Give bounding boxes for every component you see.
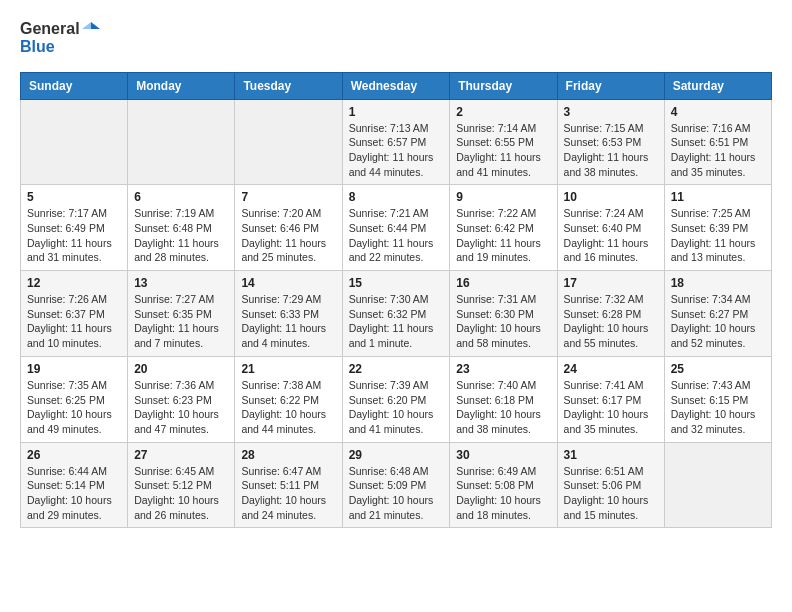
day-info: Sunrise: 7:29 AM Sunset: 6:33 PM Dayligh…	[241, 293, 326, 349]
calendar-cell	[235, 99, 342, 185]
day-number: 6	[134, 190, 228, 204]
logo-general: General	[20, 20, 80, 38]
day-number: 18	[671, 276, 765, 290]
svg-marker-0	[91, 22, 100, 29]
calendar-cell: 23Sunrise: 7:40 AM Sunset: 6:18 PM Dayli…	[450, 356, 557, 442]
day-number: 26	[27, 448, 121, 462]
day-info: Sunrise: 6:48 AM Sunset: 5:09 PM Dayligh…	[349, 465, 434, 521]
calendar-cell: 11Sunrise: 7:25 AM Sunset: 6:39 PM Dayli…	[664, 185, 771, 271]
calendar-cell: 24Sunrise: 7:41 AM Sunset: 6:17 PM Dayli…	[557, 356, 664, 442]
calendar-cell: 30Sunrise: 6:49 AM Sunset: 5:08 PM Dayli…	[450, 442, 557, 528]
logo-blue: Blue	[20, 38, 100, 56]
day-number: 2	[456, 105, 550, 119]
day-number: 25	[671, 362, 765, 376]
calendar-cell: 6Sunrise: 7:19 AM Sunset: 6:48 PM Daylig…	[128, 185, 235, 271]
day-header-monday: Monday	[128, 72, 235, 99]
day-info: Sunrise: 7:27 AM Sunset: 6:35 PM Dayligh…	[134, 293, 219, 349]
day-number: 21	[241, 362, 335, 376]
day-header-friday: Friday	[557, 72, 664, 99]
logo-bird-icon	[82, 20, 100, 38]
day-number: 3	[564, 105, 658, 119]
day-info: Sunrise: 7:20 AM Sunset: 6:46 PM Dayligh…	[241, 207, 326, 263]
calendar-cell: 19Sunrise: 7:35 AM Sunset: 6:25 PM Dayli…	[21, 356, 128, 442]
day-info: Sunrise: 6:51 AM Sunset: 5:06 PM Dayligh…	[564, 465, 649, 521]
svg-marker-1	[82, 22, 91, 29]
calendar-cell: 7Sunrise: 7:20 AM Sunset: 6:46 PM Daylig…	[235, 185, 342, 271]
calendar-cell: 14Sunrise: 7:29 AM Sunset: 6:33 PM Dayli…	[235, 271, 342, 357]
calendar-cell: 15Sunrise: 7:30 AM Sunset: 6:32 PM Dayli…	[342, 271, 450, 357]
day-header-tuesday: Tuesday	[235, 72, 342, 99]
calendar-cell: 25Sunrise: 7:43 AM Sunset: 6:15 PM Dayli…	[664, 356, 771, 442]
days-header-row: SundayMondayTuesdayWednesdayThursdayFrid…	[21, 72, 772, 99]
day-number: 9	[456, 190, 550, 204]
day-info: Sunrise: 7:24 AM Sunset: 6:40 PM Dayligh…	[564, 207, 649, 263]
day-info: Sunrise: 6:49 AM Sunset: 5:08 PM Dayligh…	[456, 465, 541, 521]
day-number: 27	[134, 448, 228, 462]
day-info: Sunrise: 6:44 AM Sunset: 5:14 PM Dayligh…	[27, 465, 112, 521]
calendar-cell	[21, 99, 128, 185]
day-info: Sunrise: 7:30 AM Sunset: 6:32 PM Dayligh…	[349, 293, 434, 349]
calendar-cell: 10Sunrise: 7:24 AM Sunset: 6:40 PM Dayli…	[557, 185, 664, 271]
calendar-cell	[664, 442, 771, 528]
day-number: 1	[349, 105, 444, 119]
week-row-4: 19Sunrise: 7:35 AM Sunset: 6:25 PM Dayli…	[21, 356, 772, 442]
day-number: 5	[27, 190, 121, 204]
day-number: 11	[671, 190, 765, 204]
day-number: 7	[241, 190, 335, 204]
calendar-cell: 5Sunrise: 7:17 AM Sunset: 6:49 PM Daylig…	[21, 185, 128, 271]
calendar-cell	[128, 99, 235, 185]
day-info: Sunrise: 7:34 AM Sunset: 6:27 PM Dayligh…	[671, 293, 756, 349]
day-header-thursday: Thursday	[450, 72, 557, 99]
day-info: Sunrise: 7:39 AM Sunset: 6:20 PM Dayligh…	[349, 379, 434, 435]
calendar-cell: 31Sunrise: 6:51 AM Sunset: 5:06 PM Dayli…	[557, 442, 664, 528]
day-number: 12	[27, 276, 121, 290]
calendar-cell: 18Sunrise: 7:34 AM Sunset: 6:27 PM Dayli…	[664, 271, 771, 357]
week-row-3: 12Sunrise: 7:26 AM Sunset: 6:37 PM Dayli…	[21, 271, 772, 357]
day-info: Sunrise: 7:17 AM Sunset: 6:49 PM Dayligh…	[27, 207, 112, 263]
calendar-cell: 8Sunrise: 7:21 AM Sunset: 6:44 PM Daylig…	[342, 185, 450, 271]
day-info: Sunrise: 7:22 AM Sunset: 6:42 PM Dayligh…	[456, 207, 541, 263]
calendar-cell: 21Sunrise: 7:38 AM Sunset: 6:22 PM Dayli…	[235, 356, 342, 442]
day-info: Sunrise: 7:31 AM Sunset: 6:30 PM Dayligh…	[456, 293, 541, 349]
calendar-cell: 1Sunrise: 7:13 AM Sunset: 6:57 PM Daylig…	[342, 99, 450, 185]
calendar-cell: 4Sunrise: 7:16 AM Sunset: 6:51 PM Daylig…	[664, 99, 771, 185]
day-info: Sunrise: 7:40 AM Sunset: 6:18 PM Dayligh…	[456, 379, 541, 435]
day-number: 19	[27, 362, 121, 376]
day-info: Sunrise: 7:35 AM Sunset: 6:25 PM Dayligh…	[27, 379, 112, 435]
calendar-cell: 17Sunrise: 7:32 AM Sunset: 6:28 PM Dayli…	[557, 271, 664, 357]
day-number: 14	[241, 276, 335, 290]
day-info: Sunrise: 7:25 AM Sunset: 6:39 PM Dayligh…	[671, 207, 756, 263]
day-info: Sunrise: 7:41 AM Sunset: 6:17 PM Dayligh…	[564, 379, 649, 435]
day-number: 30	[456, 448, 550, 462]
day-info: Sunrise: 6:45 AM Sunset: 5:12 PM Dayligh…	[134, 465, 219, 521]
day-number: 29	[349, 448, 444, 462]
week-row-1: 1Sunrise: 7:13 AM Sunset: 6:57 PM Daylig…	[21, 99, 772, 185]
day-info: Sunrise: 7:26 AM Sunset: 6:37 PM Dayligh…	[27, 293, 112, 349]
day-number: 13	[134, 276, 228, 290]
day-info: Sunrise: 7:21 AM Sunset: 6:44 PM Dayligh…	[349, 207, 434, 263]
day-number: 8	[349, 190, 444, 204]
calendar-cell: 28Sunrise: 6:47 AM Sunset: 5:11 PM Dayli…	[235, 442, 342, 528]
day-info: Sunrise: 7:32 AM Sunset: 6:28 PM Dayligh…	[564, 293, 649, 349]
calendar-cell: 3Sunrise: 7:15 AM Sunset: 6:53 PM Daylig…	[557, 99, 664, 185]
day-header-saturday: Saturday	[664, 72, 771, 99]
day-number: 28	[241, 448, 335, 462]
calendar-cell: 26Sunrise: 6:44 AM Sunset: 5:14 PM Dayli…	[21, 442, 128, 528]
calendar-cell: 13Sunrise: 7:27 AM Sunset: 6:35 PM Dayli…	[128, 271, 235, 357]
day-number: 16	[456, 276, 550, 290]
day-info: Sunrise: 7:38 AM Sunset: 6:22 PM Dayligh…	[241, 379, 326, 435]
day-info: Sunrise: 7:15 AM Sunset: 6:53 PM Dayligh…	[564, 122, 649, 178]
day-info: Sunrise: 7:14 AM Sunset: 6:55 PM Dayligh…	[456, 122, 541, 178]
day-info: Sunrise: 7:36 AM Sunset: 6:23 PM Dayligh…	[134, 379, 219, 435]
calendar-cell: 2Sunrise: 7:14 AM Sunset: 6:55 PM Daylig…	[450, 99, 557, 185]
week-row-2: 5Sunrise: 7:17 AM Sunset: 6:49 PM Daylig…	[21, 185, 772, 271]
week-row-5: 26Sunrise: 6:44 AM Sunset: 5:14 PM Dayli…	[21, 442, 772, 528]
day-number: 22	[349, 362, 444, 376]
calendar-cell: 20Sunrise: 7:36 AM Sunset: 6:23 PM Dayli…	[128, 356, 235, 442]
day-number: 17	[564, 276, 658, 290]
calendar-table: SundayMondayTuesdayWednesdayThursdayFrid…	[20, 72, 772, 529]
day-info: Sunrise: 7:13 AM Sunset: 6:57 PM Dayligh…	[349, 122, 434, 178]
day-header-sunday: Sunday	[21, 72, 128, 99]
day-number: 31	[564, 448, 658, 462]
calendar-cell: 12Sunrise: 7:26 AM Sunset: 6:37 PM Dayli…	[21, 271, 128, 357]
